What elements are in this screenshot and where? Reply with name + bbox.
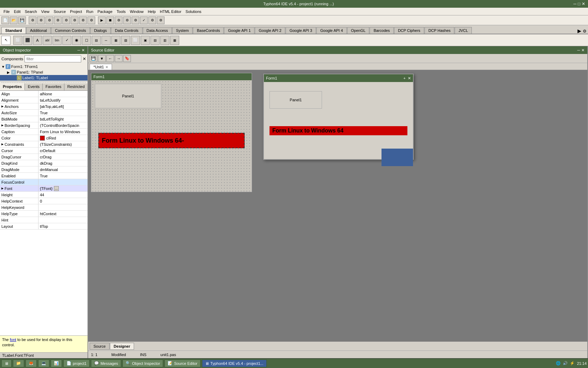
prop-value-layout[interactable]: tlTop	[38, 223, 88, 229]
tab-base-controls[interactable]: BaseControls	[193, 27, 224, 34]
tree-toggle-form1[interactable]: ▼	[1, 65, 5, 69]
se-btab-designer[interactable]: Designer	[110, 343, 134, 350]
prop-value-helptype[interactable]: htContext	[38, 211, 88, 217]
preview-close-btn[interactable]: ✕	[408, 76, 411, 81]
design-canvas[interactable]: Form1 Panel1 Form Linux to Windows 64- F…	[88, 70, 587, 341]
tb-btn-8[interactable]: ⚙	[88, 16, 95, 24]
prop-height[interactable]: Height 44	[0, 192, 88, 198]
tb-btn-7[interactable]: ⚙	[79, 16, 87, 24]
save-btn[interactable]: 💾	[18, 16, 26, 24]
prop-value-align[interactable]: alNone	[38, 91, 88, 97]
prop-value-font[interactable]: {TFont} …	[38, 185, 88, 191]
palette-btn-1[interactable]: ⬜	[13, 36, 22, 45]
tabs-more[interactable]: ⚙	[583, 29, 587, 34]
tb-btn-4[interactable]: ⚙	[54, 16, 62, 24]
prop-dragmode[interactable]: DragMode dmManual	[0, 166, 88, 173]
se-pin-btn[interactable]: ─	[577, 48, 580, 53]
prop-helptype[interactable]: HelpType htContext	[0, 211, 88, 217]
menu-file[interactable]: File	[1, 9, 12, 14]
prop-value-dragmode[interactable]: dmManual	[38, 166, 88, 172]
tab-restricted[interactable]: Restricted	[64, 83, 88, 90]
prop-value-enabled[interactable]: True	[38, 173, 88, 179]
tab-standard[interactable]: Standard	[1, 27, 26, 34]
prop-dragkind[interactable]: DragKind dkDrag	[0, 160, 88, 166]
maximize-btn[interactable]: □	[578, 1, 580, 6]
taskbar-messages[interactable]: 💬 Messages	[91, 360, 121, 367]
prop-value-height[interactable]: 44	[38, 192, 88, 198]
taskbar-object-inspector[interactable]: 🔍 Object Inspector	[122, 360, 163, 367]
prop-helpkeyword[interactable]: HelpKeyword	[0, 204, 88, 211]
menu-project[interactable]: Project	[68, 9, 84, 14]
tree-item-form1[interactable]: ▼ F Form1: TForm1	[0, 64, 88, 69]
taskbar-terminal[interactable]: 💻	[38, 360, 49, 367]
new-btn[interactable]: 📄	[1, 16, 9, 24]
prop-value-cursor[interactable]: crDefault	[38, 148, 88, 154]
palette-btn-2[interactable]: ⬛	[23, 36, 32, 45]
menu-view[interactable]: View	[39, 9, 52, 14]
prop-helpcontext[interactable]: HelpContext 0	[0, 198, 88, 204]
prop-bidimode[interactable]: BidiMode bdLeftToRight	[0, 116, 88, 122]
title-bar-controls[interactable]: ─ □ ✕	[573, 1, 585, 6]
palette-btn-16[interactable]: ▥	[160, 36, 169, 45]
oi-filter-input[interactable]	[24, 55, 81, 62]
prop-color[interactable]: Color clRed	[0, 135, 88, 141]
tab-properties[interactable]: Properties	[0, 83, 25, 90]
se-dropdown-btn[interactable]: ▼	[98, 55, 106, 62]
tab-jvcl[interactable]: JVCL	[455, 27, 472, 34]
menu-search[interactable]: Search	[23, 9, 39, 14]
prop-anchors[interactable]: Anchors [akTop,akLeft]	[0, 103, 88, 110]
palette-btn-15[interactable]: ▤	[150, 36, 160, 45]
palette-btn-8[interactable]: ◻	[82, 36, 91, 45]
tab-common-controls[interactable]: Common Controls	[51, 27, 90, 34]
tb-step[interactable]: ⚙	[115, 16, 122, 24]
palette-btn-7[interactable]: ◉	[72, 36, 81, 45]
palette-btn-11[interactable]: ▦	[111, 36, 120, 45]
menu-package[interactable]: Package	[96, 9, 115, 14]
tab-events[interactable]: Events	[25, 83, 43, 90]
tab-additional[interactable]: Additional	[26, 27, 51, 34]
tab-google-api1[interactable]: Google API 1	[224, 27, 254, 34]
tree-item-panel1[interactable]: ▶ P Panel1: TPanel	[0, 69, 88, 75]
tab-system[interactable]: System	[172, 27, 193, 34]
minimize-btn[interactable]: ─	[573, 1, 576, 6]
menu-window[interactable]: Window	[128, 9, 146, 14]
tabs-scroll-right[interactable]: ▶	[578, 28, 581, 34]
menu-solutions[interactable]: Solutions	[183, 9, 203, 14]
prop-value-constraints[interactable]: (TSizeConstraints)	[38, 141, 88, 147]
tab-data-access[interactable]: Data Access	[143, 27, 172, 34]
tb-btn-2[interactable]: ⚙	[37, 16, 45, 24]
tb-btn-1[interactable]: ⚙	[29, 16, 36, 24]
menu-help[interactable]: Help	[146, 9, 158, 14]
prop-value-bidimode[interactable]: bdLeftToRight	[38, 116, 88, 122]
taskbar-source-editor[interactable]: 📝 Source Editor	[164, 360, 201, 367]
prop-align[interactable]: Align alNone	[0, 91, 88, 97]
se-tab-close[interactable]: ✕	[105, 65, 108, 69]
tree-item-label1[interactable]: L Label1: TLabel	[0, 75, 88, 81]
oi-pin-btn[interactable]: ─	[77, 48, 80, 53]
palette-btn-12[interactable]: ▧	[121, 36, 130, 45]
se-save-btn[interactable]: 💾	[90, 55, 97, 62]
tb-btn-6[interactable]: ⚙	[71, 16, 78, 24]
tab-favorites[interactable]: Favorites	[43, 83, 64, 90]
palette-btn-14[interactable]: ▣	[141, 36, 150, 45]
tb-debug[interactable]: ⚙	[123, 16, 131, 24]
panel1-component[interactable]: Panel1	[95, 84, 161, 108]
se-tab-unit1[interactable]: *Unit1 ✕	[90, 64, 112, 70]
menu-edit[interactable]: Edit	[12, 9, 23, 14]
taskbar-start[interactable]: 🖥	[1, 360, 12, 367]
taskbar-monitor[interactable]: 📊	[51, 360, 62, 367]
taskbar-files[interactable]: 📁	[13, 360, 24, 367]
prop-focuscontrol[interactable]: FocusControl	[0, 179, 88, 185]
prop-autosize[interactable]: AutoSize True	[0, 110, 88, 116]
font-btn[interactable]: …	[54, 186, 59, 191]
label1-component[interactable]: Form Linux to Windows 64-	[98, 133, 245, 148]
prop-value-color[interactable]: clRed	[38, 135, 88, 141]
help-link[interactable]: font	[10, 338, 16, 342]
tb-build[interactable]: ⚙	[132, 16, 139, 24]
se-close-btn[interactable]: ✕	[581, 48, 584, 53]
prop-value-helpkeyword[interactable]	[38, 204, 88, 210]
palette-btn-13[interactable]: ⬜	[131, 36, 140, 45]
prop-value-dragkind[interactable]: dkDrag	[38, 160, 88, 166]
canvas-form[interactable]: Form1 Panel1 Form Linux to Windows 64-	[91, 73, 252, 192]
tab-google-api4[interactable]: Google API 4	[316, 27, 347, 34]
